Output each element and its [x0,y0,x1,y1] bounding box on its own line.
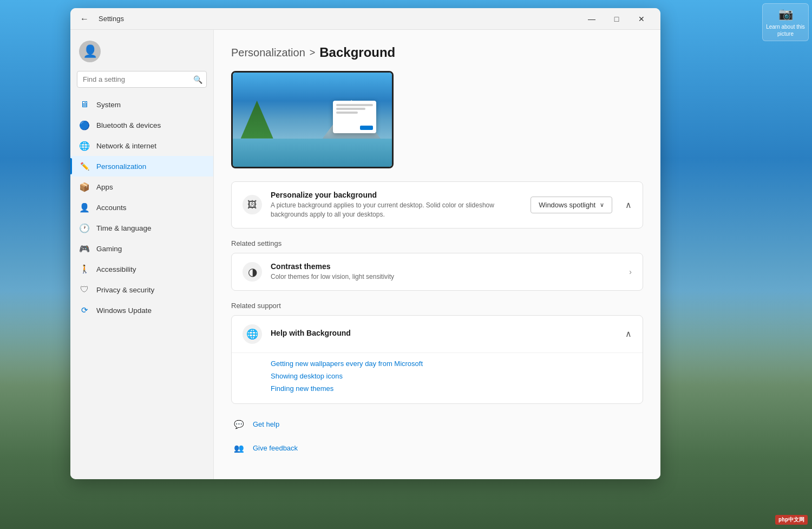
help-content: Getting new wallpapers every day from Mi… [232,352,643,403]
bottom-actions: 💬 Get help 👥 Give feedback [231,415,643,458]
sidebar-item-personalization[interactable]: ✏️ Personalization [70,156,213,177]
sidebar-item-windows-update[interactable]: ⟳ Windows Update [70,300,213,321]
help-link-new-themes[interactable]: Finding new themes [271,384,632,393]
search-button[interactable]: 🔍 [193,75,202,84]
get-help-label: Get help [253,420,279,428]
breadcrumb-parent[interactable]: Personalization [231,47,305,59]
related-support-title: Related support [231,302,643,310]
sidebar-item-network[interactable]: 🌐 Network & internet [70,135,213,156]
content-area: Personalization > Background [214,30,660,479]
help-link-wallpapers[interactable]: Getting new wallpapers every day from Mi… [271,360,632,368]
sidebar-item-label: Windows Update [96,306,152,315]
avatar: 👤 [79,41,101,62]
search-icon: 🔍 [193,75,202,84]
sidebar-item-system[interactable]: 🖥 System [70,94,213,115]
user-avatar-section: 👤 [70,36,213,71]
sidebar-item-apps[interactable]: 📦 Apps [70,177,213,197]
background-row-desc: A picture background applies to your cur… [271,201,522,219]
title-bar-controls: ← [77,11,92,27]
preview-background [233,73,392,167]
help-with-background-header[interactable]: 🌐 Help with Background ∧ [232,316,643,352]
sidebar-item-label: Gaming [96,245,122,253]
nav-menu: 🖥 System 🔵 Bluetooth & devices 🌐 Network… [70,94,213,321]
sidebar-item-bluetooth[interactable]: 🔵 Bluetooth & devices [70,115,213,135]
settings-body: 👤 🔍 🖥 System 🔵 Bluetooth & devices [70,30,660,479]
php-watermark: php中文网 [775,515,808,525]
feedback-icon: 👥 [234,443,244,453]
help-icon: 🌐 [243,324,262,344]
system-icon: 🖥 [79,99,90,110]
sidebar-item-label: Apps [96,183,113,191]
learn-about-label: Learn about this picture [766,24,805,37]
sidebar-item-gaming[interactable]: 🎮 Gaming [70,238,213,259]
background-row-text: Personalize your background A picture ba… [271,191,522,219]
preview-water [233,139,392,167]
help-link-desktop-icons[interactable]: Showing desktop icons [271,372,632,380]
preview-dialog-line-3 [336,112,358,114]
background-type-label: Windows spotlight [539,201,595,209]
contrast-themes-row[interactable]: ◑ Contrast themes Color themes for low v… [232,253,643,290]
give-feedback-label: Give feedback [253,444,298,452]
expand-icon: ∧ [625,200,632,210]
personalize-background-row: 🖼 Personalize your background A picture … [232,182,643,228]
sidebar-item-label: Accessibility [96,265,136,273]
camera-icon: 📷 [766,7,805,21]
breadcrumb-current: Background [319,45,395,60]
related-settings-title: Related settings [231,239,643,247]
sidebar-item-label: System [96,101,121,109]
back-button[interactable]: ← [77,11,92,27]
learn-about-button[interactable]: 📷 Learn about this picture [762,3,809,41]
search-box: 🔍 [77,71,207,88]
window-controls: — □ ✕ [579,8,654,30]
sidebar-item-label: Accounts [96,204,127,212]
background-row-icon: 🖼 [243,195,262,214]
give-feedback-icon: 👥 [231,441,246,456]
preview-dialog-line-2 [336,108,365,110]
accounts-icon: 👤 [79,202,90,213]
privacy-icon: 🛡 [79,284,90,295]
contrast-themes-text: Contrast themes Color themes for low vis… [271,262,620,282]
question-icon: 💬 [234,420,244,429]
contrast-themes-icon: ◑ [243,262,262,282]
globe-icon: 🌐 [246,328,258,340]
background-type-dropdown[interactable]: Windows spotlight ∨ [531,197,612,213]
preview-dialog-line-1 [336,104,373,106]
sidebar: 👤 🔍 🖥 System 🔵 Bluetooth & devices [70,30,214,479]
sidebar-item-label: Time & language [96,224,152,232]
help-expand-icon: ∧ [625,329,632,339]
preview-dialog [333,101,376,133]
close-button[interactable]: ✕ [629,8,654,30]
title-bar: ← Settings — □ ✕ [70,8,660,30]
sidebar-item-accessibility[interactable]: 🚶 Accessibility [70,259,213,279]
minimize-button[interactable]: — [579,8,604,30]
network-icon: 🌐 [79,140,90,151]
sidebar-item-time[interactable]: 🕐 Time & language [70,218,213,238]
picture-icon: 🖼 [247,199,257,211]
bluetooth-icon: 🔵 [79,120,90,130]
settings-window: ← Settings — □ ✕ 👤 🔍 [70,8,660,479]
sidebar-item-privacy[interactable]: 🛡 Privacy & security [70,279,213,300]
get-help-item[interactable]: 💬 Get help [231,415,643,434]
personalize-background-card: 🖼 Personalize your background A picture … [231,181,643,228]
search-input[interactable] [77,71,207,88]
breadcrumb-separator: > [310,47,316,58]
contrast-themes-title: Contrast themes [271,262,620,271]
give-feedback-item[interactable]: 👥 Give feedback [231,439,643,458]
maximize-button[interactable]: □ [604,8,629,30]
related-support-card: 🌐 Help with Background ∧ Getting new wal… [231,315,643,404]
contrast-themes-desc: Color themes for low vision, light sensi… [271,272,620,282]
gaming-icon: 🎮 [79,243,90,254]
avatar-icon: 👤 [83,44,97,58]
windows-update-icon: ⟳ [79,305,90,316]
related-settings-card: ◑ Contrast themes Color themes for low v… [231,253,643,291]
help-header-text: Help with Background [271,329,617,339]
sidebar-item-label: Bluetooth & devices [96,121,161,129]
sidebar-item-label: Personalization [96,162,146,171]
preview-trees [241,101,273,139]
personalization-icon: ✏️ [79,161,90,172]
sidebar-item-accounts[interactable]: 👤 Accounts [70,197,213,218]
time-icon: 🕐 [79,223,90,233]
dropdown-chevron-icon: ∨ [600,201,604,208]
contrast-themes-chevron-icon: › [629,267,632,276]
desktop-preview [231,71,394,168]
